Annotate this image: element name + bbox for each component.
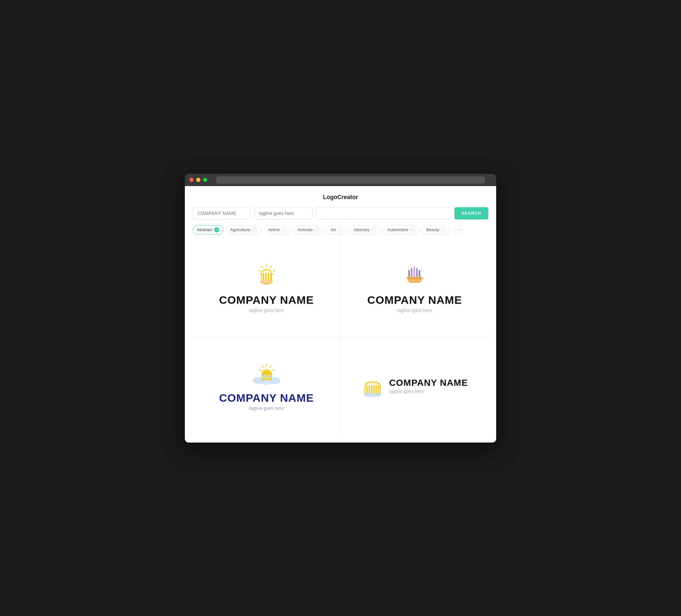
svg-rect-22	[407, 277, 423, 280]
filter-airline[interactable]: Airline	[264, 225, 291, 234]
minimize-button[interactable]	[196, 178, 200, 182]
logo-card-2[interactable]: COMPANY NAME tagline goes here	[341, 239, 488, 337]
svg-line-1	[271, 266, 272, 268]
svg-rect-43	[369, 385, 370, 394]
svg-rect-37	[271, 373, 272, 380]
logo4-text-group: COMPANY NAME tagline goes here	[389, 378, 468, 394]
logo-icon-4	[361, 377, 384, 396]
filter-airline-label: Airline	[268, 227, 280, 232]
filter-animals-check	[314, 227, 320, 232]
logo-card-4[interactable]: COMPANY NAME tagline goes here	[341, 337, 488, 435]
filter-abstract[interactable]: Abstract	[193, 225, 223, 234]
svg-rect-45	[373, 385, 375, 394]
filter-art[interactable]: Art	[326, 225, 347, 234]
filter-agriculture[interactable]: Agriculture	[226, 225, 261, 234]
logo-card-3[interactable]: COMPANY NAME tagline goes here	[193, 337, 340, 435]
svg-rect-15	[416, 268, 418, 277]
search-bar: SEARCH	[193, 207, 488, 220]
logo2-tagline: tagline goes here	[397, 308, 432, 313]
filter-animals-label: Animals	[298, 227, 312, 232]
filter-attorney[interactable]: Attorney	[350, 225, 380, 234]
keyword-input[interactable]	[316, 207, 451, 220]
filter-automotive[interactable]: Automotive	[383, 225, 419, 234]
filter-automotive-check	[410, 227, 415, 232]
svg-rect-35	[267, 373, 268, 380]
svg-marker-18	[411, 268, 412, 268]
svg-point-39	[264, 376, 266, 377]
filter-agriculture-label: Agriculture	[230, 227, 250, 232]
svg-rect-24	[409, 281, 421, 283]
svg-rect-44	[371, 385, 372, 394]
svg-point-11	[260, 280, 273, 284]
svg-rect-10	[271, 273, 272, 281]
app-title: LogoCreator	[193, 194, 488, 201]
logo1-tagline: tagline goes here	[249, 308, 284, 313]
svg-line-29	[270, 366, 271, 367]
svg-rect-16	[419, 271, 420, 277]
svg-rect-23	[408, 280, 422, 281]
svg-marker-19	[413, 266, 415, 267]
svg-marker-21	[419, 270, 420, 271]
logo-icon-2	[402, 263, 428, 290]
svg-rect-12	[408, 271, 410, 277]
svg-point-38	[262, 375, 263, 376]
svg-line-3	[262, 266, 263, 268]
filter-beauty-label: Beauty	[426, 227, 439, 232]
logo4-tagline: tagline goes here	[389, 389, 468, 394]
filter-abstract-check	[214, 227, 219, 232]
logo-card-1[interactable]: COMPANY NAME tagline goes here	[193, 239, 340, 337]
tagline-input[interactable]	[254, 207, 312, 220]
filter-agriculture-check	[252, 227, 257, 232]
logo1-company-name: COMPANY NAME	[219, 294, 313, 306]
svg-line-31	[262, 366, 263, 367]
filter-bar: Abstract Agriculture Airline Animals Art…	[193, 225, 488, 234]
app-window: LogoCreator SEARCH Abstract Agriculture …	[185, 174, 496, 442]
svg-rect-13	[411, 268, 412, 277]
svg-rect-33	[263, 373, 263, 380]
filter-art-label: Art	[330, 227, 336, 232]
svg-line-30	[272, 370, 274, 370]
close-button[interactable]	[190, 178, 194, 182]
company-name-input[interactable]	[193, 207, 251, 220]
logo3-tagline: tagline goes here	[249, 406, 284, 411]
svg-marker-17	[408, 270, 410, 271]
filter-attorney-label: Attorney	[354, 227, 369, 232]
svg-line-4	[258, 271, 260, 271]
logo3-company-name: COMPANY NAME	[219, 392, 313, 404]
filter-automotive-label: Automotive	[387, 227, 408, 232]
filter-beauty[interactable]: Beauty	[422, 225, 450, 234]
filter-abstract-label: Abstract	[197, 227, 212, 232]
svg-point-41	[268, 376, 270, 377]
titlebar	[185, 174, 496, 186]
svg-point-51	[368, 393, 377, 397]
logo-icon-1	[252, 263, 281, 290]
logo-grid: COMPANY NAME tagline goes here	[193, 239, 488, 435]
logo4-company-name: COMPANY NAME	[389, 378, 468, 387]
svg-rect-7	[263, 273, 264, 281]
svg-line-32	[259, 370, 261, 370]
filter-attorney-check	[371, 227, 376, 232]
filter-airline-check	[281, 227, 287, 232]
maximize-button[interactable]	[203, 178, 207, 182]
logo2-company-name: COMPANY NAME	[367, 294, 462, 306]
svg-point-40	[266, 375, 268, 376]
filter-next-button[interactable]: →	[454, 225, 463, 234]
filter-beauty-check	[441, 227, 446, 232]
svg-rect-14	[413, 267, 415, 277]
app-body: LogoCreator SEARCH Abstract Agriculture …	[185, 186, 496, 442]
svg-line-2	[273, 271, 275, 271]
address-bar	[216, 176, 485, 183]
filter-animals[interactable]: Animals	[294, 225, 324, 234]
svg-marker-20	[416, 268, 418, 268]
logo-icon-3	[252, 361, 281, 388]
filter-art-check	[337, 227, 343, 232]
svg-rect-46	[376, 385, 377, 394]
search-button[interactable]: SEARCH	[454, 207, 488, 220]
